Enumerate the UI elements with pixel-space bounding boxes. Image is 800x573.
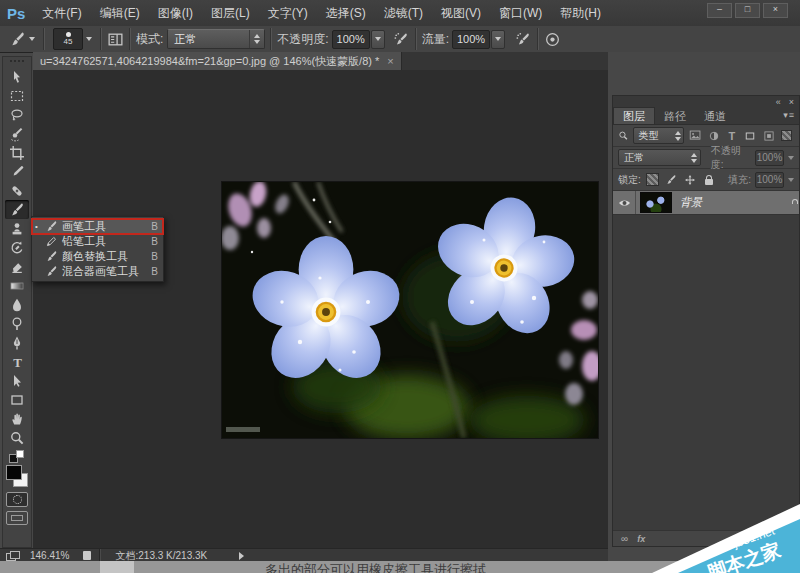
filter-type-layers-icon[interactable]: T <box>725 129 739 143</box>
eraser-tool[interactable] <box>5 257 29 276</box>
menu-filter[interactable]: 滤镜(T) <box>375 0 432 26</box>
tool-preset-picker[interactable] <box>6 31 38 48</box>
filter-toggle-icon[interactable] <box>780 129 794 143</box>
tab-close-icon[interactable]: × <box>387 55 393 67</box>
tab-layers[interactable]: 图层 <box>613 107 655 124</box>
eyedropper-tool[interactable] <box>5 162 29 181</box>
filter-type-select[interactable]: 类型 <box>633 127 685 144</box>
opacity-input[interactable]: 100% <box>332 30 370 49</box>
menu-type[interactable]: 文字(Y) <box>259 0 317 26</box>
menu-layer[interactable]: 图层(L) <box>202 0 259 26</box>
status-options-arrow-icon[interactable] <box>239 552 244 560</box>
spot-healing-brush-tool[interactable] <box>5 181 29 200</box>
stamp-icon <box>9 221 25 237</box>
gradient-icon <box>9 278 25 294</box>
zoom-level-field[interactable]: 146.41% <box>24 550 75 561</box>
menu-file[interactable]: 文件(F) <box>33 0 90 26</box>
history-brush-tool[interactable] <box>5 238 29 257</box>
quick-mask-mode-button[interactable] <box>6 492 28 507</box>
lock-transparency-icon[interactable] <box>645 173 660 187</box>
clone-stamp-tool[interactable] <box>5 219 29 238</box>
swap-colors-icon[interactable] <box>7 450 27 462</box>
lock-row: 锁定: 填充: 100% <box>613 169 799 191</box>
tab-channels[interactable]: 通道 <box>695 108 735 124</box>
menu-view[interactable]: 视图(V) <box>432 0 490 26</box>
gradient-tool[interactable] <box>5 276 29 295</box>
close-panel-icon[interactable]: × <box>789 97 794 107</box>
menu-help[interactable]: 帮助(H) <box>551 0 610 26</box>
type-tool[interactable] <box>5 352 29 371</box>
pen-tool[interactable] <box>5 333 29 352</box>
color-swatches[interactable] <box>5 464 29 488</box>
blend-mode-select[interactable]: 正常 <box>167 29 265 49</box>
layer-thumbnail[interactable] <box>640 192 672 213</box>
toggle-brush-panel-icon[interactable] <box>107 31 124 48</box>
panel-menu-icon[interactable]: ▾≡ <box>783 110 795 120</box>
lock-all-icon[interactable] <box>702 173 717 187</box>
collapse-panel-icon[interactable]: « <box>776 97 781 107</box>
zoom-tool[interactable] <box>5 428 29 447</box>
quick-selection-tool[interactable] <box>5 124 29 143</box>
fill-value[interactable]: 100% <box>755 172 784 188</box>
crop-tool[interactable] <box>5 143 29 162</box>
move-tool[interactable] <box>5 67 29 86</box>
flyout-item-mixer-brush[interactable]: 混合器画笔工具B <box>32 264 163 279</box>
divider <box>415 28 417 50</box>
screen-mode-button[interactable] <box>6 511 28 525</box>
brush-tool[interactable] <box>5 200 29 219</box>
menu-window[interactable]: 窗口(W) <box>490 0 551 26</box>
flyout-item-pencil[interactable]: 铅笔工具B <box>32 234 163 249</box>
filter-pixel-layers-icon[interactable] <box>688 129 702 143</box>
airbrush-opacity-pressure-icon[interactable] <box>393 31 410 48</box>
layer-name[interactable]: 背景 <box>680 195 791 210</box>
menu-select[interactable]: 选择(S) <box>317 0 375 26</box>
document-icon <box>83 551 91 560</box>
chevron-down-icon[interactable] <box>788 178 794 182</box>
document-tab[interactable]: u=3424762571,4064219984&fm=21&gp=0.jpg @… <box>33 52 402 70</box>
filter-adjustment-layers-icon[interactable] <box>706 129 720 143</box>
filter-smart-objects-icon[interactable] <box>761 129 775 143</box>
blur-tool[interactable] <box>5 295 29 314</box>
chevron-down-icon[interactable] <box>788 156 794 160</box>
dodge-tool[interactable] <box>5 314 29 333</box>
hand-tool[interactable] <box>5 409 29 428</box>
layer-blend-mode-select[interactable]: 正常 <box>618 149 701 166</box>
tablet-pressure-size-icon[interactable] <box>544 31 561 48</box>
layer-style-icon[interactable]: fx <box>637 534 645 544</box>
rectangular-marquee-tool[interactable] <box>5 86 29 105</box>
layer-opacity-value[interactable]: 100% <box>755 150 784 166</box>
flow-dropdown-caret[interactable] <box>491 30 505 49</box>
flow-input[interactable]: 100% <box>452 30 490 49</box>
tab-paths[interactable]: 路径 <box>655 108 695 124</box>
minimize-button[interactable]: – <box>707 3 732 18</box>
panel-drag-handle[interactable] <box>10 60 24 65</box>
menu-image[interactable]: 图像(I) <box>149 0 202 26</box>
lock-label: 锁定: <box>618 173 641 187</box>
close-button[interactable]: × <box>763 3 788 18</box>
lock-position-icon[interactable] <box>683 173 698 187</box>
brush-size-picker[interactable]: 45 <box>53 28 83 50</box>
layer-row-background[interactable]: 背景 <box>613 191 799 215</box>
layer-list-empty-area[interactable] <box>613 215 799 530</box>
rectangle-tool[interactable] <box>5 390 29 409</box>
zoom-icon <box>9 430 25 446</box>
flyout-item-color-replacement[interactable]: 颜色替换工具B <box>32 249 163 264</box>
chevron-down-icon[interactable] <box>86 37 92 41</box>
menu-edit[interactable]: 编辑(E) <box>91 0 149 26</box>
lock-pixels-icon[interactable] <box>664 173 679 187</box>
flyout-item-brush[interactable]: •画笔工具B <box>32 219 163 234</box>
layers-panel-group: « × 图层 路径 通道 ▾≡ 类型 T 正常 <box>612 95 800 547</box>
flyout-item-shortcut: B <box>151 221 158 232</box>
filter-shape-layers-icon[interactable] <box>743 129 757 143</box>
canvas-image-flowers[interactable] <box>222 182 598 438</box>
foreground-color-swatch[interactable] <box>6 465 22 480</box>
maximize-button[interactable]: □ <box>735 3 760 18</box>
lasso-tool[interactable] <box>5 105 29 124</box>
layer-visibility-toggle[interactable] <box>613 191 636 214</box>
divider <box>43 28 45 50</box>
path-selection-tool[interactable] <box>5 371 29 390</box>
opacity-label: 不透明度: <box>277 31 328 48</box>
opacity-dropdown-caret[interactable] <box>371 30 385 49</box>
link-layers-icon[interactable]: ∞ <box>621 533 628 544</box>
airbrush-mode-icon[interactable] <box>515 31 532 48</box>
